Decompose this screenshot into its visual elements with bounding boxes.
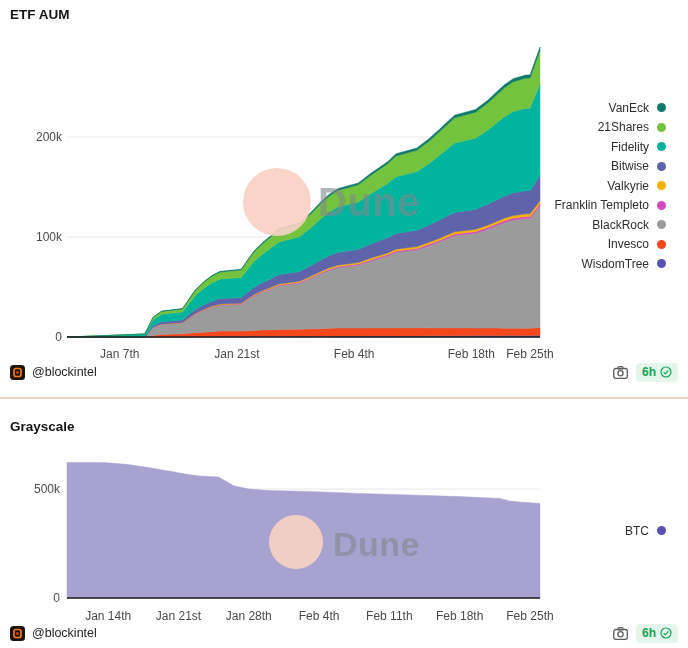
chart-card-grayscale: Grayscale Jan 14thJan 21stJan 28thFeb 4t… xyxy=(0,399,688,648)
grayscale-chart-area[interactable]: Jan 14thJan 21stJan 28thFeb 4thFeb 11thF… xyxy=(0,399,688,648)
legend-item-franklin-templeto[interactable]: Franklin Templeto xyxy=(555,196,667,216)
camera-icon[interactable] xyxy=(613,627,628,640)
x-tick-label: Feb 25th xyxy=(506,347,553,361)
legend-color-dot-icon xyxy=(657,181,666,190)
legend-color-dot-icon xyxy=(657,142,666,151)
chart-footer: @blockintel 6h xyxy=(10,362,678,382)
x-tick-label: Jan 14th xyxy=(85,609,131,623)
x-tick-label: Jan 21st xyxy=(156,609,202,623)
legend-label: BlackRock xyxy=(592,218,649,232)
legend-label: BTC xyxy=(625,524,649,538)
legend-color-dot-icon xyxy=(657,123,666,132)
x-tick-label: Jan 28th xyxy=(226,609,272,623)
legend-label: 21Shares xyxy=(598,120,649,134)
legend-item-fidelity[interactable]: Fidelity xyxy=(611,137,666,157)
legend-color-dot-icon xyxy=(657,259,666,268)
legend-item-wisdomtree[interactable]: WisdomTree xyxy=(581,254,666,274)
page: { "watermark": { "text": "Dune" }, "card… xyxy=(0,0,688,648)
x-tick-label: Feb 25th xyxy=(506,609,553,623)
legend-label: WisdomTree xyxy=(581,257,649,271)
refresh-age-text: 6h xyxy=(642,626,656,640)
legend-item-vaneck[interactable]: VanEck xyxy=(609,98,666,118)
legend-color-dot-icon xyxy=(657,201,666,210)
page-title-grayscale: Grayscale xyxy=(10,419,75,434)
legend-item-valkyrie[interactable]: Valkyrie xyxy=(607,176,666,196)
blockintel-avatar[interactable] xyxy=(10,626,25,641)
blockintel-avatar[interactable] xyxy=(10,365,25,380)
legend-item-bitwise[interactable]: Bitwise xyxy=(611,157,666,177)
legend-color-dot-icon xyxy=(657,240,666,249)
page-title: ETF AUM xyxy=(10,7,70,22)
legend: BTC xyxy=(625,521,666,541)
legend-item-invesco[interactable]: Invesco xyxy=(608,235,666,255)
legend-item-21shares[interactable]: 21Shares xyxy=(598,118,666,138)
series-area-btc[interactable] xyxy=(67,462,540,598)
legend-label: Fidelity xyxy=(611,140,649,154)
chart-footer: @blockintel 6h xyxy=(10,623,678,643)
y-tick-label: 0 xyxy=(55,330,62,344)
author-handle-link[interactable]: @blockintel xyxy=(32,626,97,640)
x-tick-label: Feb 4th xyxy=(334,347,375,361)
legend-color-dot-icon xyxy=(657,220,666,229)
chart-card-etf-aum: ETF AUM Jan 7thJan 21stFeb 4thFeb 18thFe… xyxy=(0,0,688,399)
x-tick-label: Jan 21st xyxy=(214,347,260,361)
legend-label: Invesco xyxy=(608,237,649,251)
x-tick-label: Feb 18th xyxy=(448,347,495,361)
legend-label: Valkyrie xyxy=(607,179,649,193)
legend-item-btc[interactable]: BTC xyxy=(625,521,666,541)
legend: VanEck21SharesFidelityBitwiseValkyrieFra… xyxy=(555,98,667,274)
y-tick-label: 100k xyxy=(36,230,63,244)
legend-label: Franklin Templeto xyxy=(555,198,650,212)
legend-color-dot-icon xyxy=(657,526,666,535)
y-tick-label: 200k xyxy=(36,130,63,144)
x-tick-label: Feb 4th xyxy=(299,609,340,623)
refresh-age-badge[interactable]: 6h xyxy=(636,363,678,382)
check-circle-icon xyxy=(660,366,672,378)
y-tick-label: 0 xyxy=(53,591,60,605)
refresh-age-text: 6h xyxy=(642,365,656,379)
legend-item-blackrock[interactable]: BlackRock xyxy=(592,215,666,235)
legend-label: Bitwise xyxy=(611,159,649,173)
legend-label: VanEck xyxy=(609,101,649,115)
x-tick-label: Feb 11th xyxy=(366,609,412,623)
x-tick-label: Feb 18th xyxy=(436,609,483,623)
refresh-age-badge[interactable]: 6h xyxy=(636,624,678,643)
author-handle-link[interactable]: @blockintel xyxy=(32,365,97,379)
y-tick-label: 500k xyxy=(34,482,61,496)
legend-color-dot-icon xyxy=(657,103,666,112)
camera-icon[interactable] xyxy=(613,366,628,379)
legend-color-dot-icon xyxy=(657,162,666,171)
check-circle-icon xyxy=(660,627,672,639)
x-tick-label: Jan 7th xyxy=(100,347,139,361)
